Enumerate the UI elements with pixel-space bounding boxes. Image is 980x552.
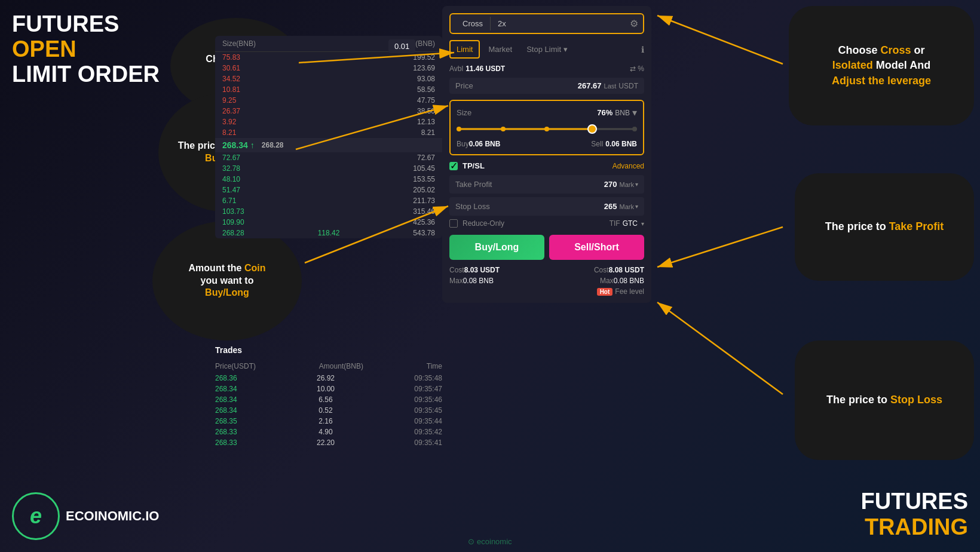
avbl-row: Avbl 11.46 USDT ⇄ % — [449, 65, 644, 73]
trade-row: 268.340.5209:35:45 — [215, 405, 442, 416]
size-dropdown-arrow[interactable]: ▾ — [632, 107, 637, 118]
ob-buy-row: 51.47205.02 — [215, 185, 442, 195]
fee-hot-badge: Hot — [597, 288, 613, 296]
cross-isolated-text1: Choose — [838, 44, 880, 56]
cost-value-right: 8.08 USDT — [609, 266, 644, 274]
tpsl-checkbox[interactable]: ✓ — [449, 162, 458, 170]
price-input-display[interactable]: 0.01 — [388, 39, 415, 53]
sl-dropdown[interactable]: ▾ — [635, 203, 638, 210]
tif-value[interactable]: GTC — [623, 219, 638, 228]
cost-label-left: Cost — [449, 266, 464, 274]
tab-limit[interactable]: Limit — [449, 40, 480, 59]
max-label-left: Max — [449, 277, 463, 285]
price-input-value: 0.01 — [394, 42, 409, 51]
trades-header: Price(USDT) Amount(BNB) Time — [215, 360, 442, 373]
stop-loss-text2: Stop Loss — [890, 394, 942, 406]
trade-row: 268.346.5609:35:46 — [215, 394, 442, 405]
slider-dots — [457, 127, 637, 131]
tp-value[interactable]: 270 — [604, 180, 617, 189]
logo-circle: e — [12, 492, 60, 540]
size-pct: 76% — [597, 108, 612, 117]
trades-section: Trades Price(USDT) Amount(BNB) Time 268.… — [215, 341, 442, 448]
size-slider[interactable] — [457, 123, 637, 135]
reduce-row: Reduce-Only TIF GTC ▾ — [449, 219, 644, 228]
info-icon: ℹ — [641, 45, 644, 54]
reduce-label: Reduce-Only — [463, 219, 504, 228]
ob-buy-rows: 72.6772.67 32.78105.45 48.10153.55 51.47… — [215, 152, 442, 238]
ob-sell-row: 34.5293.08 — [215, 73, 442, 84]
max-row: Max 0.08 BNB Max 0.08 BNB — [449, 277, 644, 285]
ob-sell-rows: 75.83199.52 30.61123.69 34.5293.08 10.81… — [215, 52, 442, 138]
trade-row: 268.3410.0009:35:47 — [215, 384, 442, 394]
ob-buy-row: 32.78105.45 — [215, 163, 442, 174]
leverage-button[interactable]: 2x — [491, 17, 513, 30]
sl-value[interactable]: 265 — [604, 202, 617, 211]
logo-section: e ECOINOMIC.IO — [12, 492, 159, 540]
ob-col1: Size(BNB) — [222, 39, 256, 48]
sl-label: Stop Loss — [455, 202, 604, 211]
buy-label: Buy — [457, 140, 469, 148]
action-buttons: Buy/Long Sell/Short — [449, 235, 644, 260]
orderbook-panel: Size(BNB) Sum(BNB) 75.83199.52 30.61123.… — [215, 36, 442, 238]
trade-row: 268.3626.9209:35:48 — [215, 373, 442, 384]
size-label: Size — [457, 108, 597, 117]
stop-loss-row: Stop Loss 265 Mark ▾ — [449, 197, 644, 216]
tp-mark: Mark — [620, 181, 634, 188]
price-last: Last — [604, 82, 617, 90]
tab-stop-limit[interactable]: Stop Limit ▾ — [520, 41, 573, 57]
isolated-highlight: Isolated — [832, 59, 873, 71]
trade-row: 268.3322.2009:35:41 — [215, 437, 442, 448]
tab-market[interactable]: Market — [482, 41, 518, 57]
trading-panel: Cross 2x ⚙ Limit Market Stop Limit ▾ ℹ A… — [442, 6, 651, 303]
price-unit: USDT — [618, 82, 638, 90]
buy-long-button[interactable]: Buy/Long — [449, 235, 544, 260]
tpsl-header: ✓ TP/SL Advanced — [449, 161, 644, 170]
footer-line2: TRADING — [865, 514, 968, 539]
ob-buy-row: 48.10153.55 — [215, 174, 442, 185]
trades-rows: 268.3626.9209:35:48 268.3410.0009:35:47 … — [215, 373, 442, 448]
order-tabs: Limit Market Stop Limit ▾ ℹ — [449, 40, 644, 59]
stop-loss-text1: The price to — [826, 394, 890, 406]
max-value-left: 0.08 BNB — [463, 277, 494, 285]
trades-col-time: Time — [427, 362, 442, 370]
watermark: ⊙ ecoinomic — [468, 537, 512, 546]
ob-last-price: 268.28 — [262, 141, 284, 149]
title-line3: LIMIT ORDER — [12, 62, 160, 87]
trades-title: Trades — [215, 341, 442, 360]
slider-thumb[interactable] — [587, 124, 597, 134]
ob-buy-row: 103.73315.46 — [215, 206, 442, 217]
reduce-checkbox[interactable] — [449, 219, 458, 228]
cross-isolated-text3: Model And — [873, 59, 930, 71]
ob-buy-row: 6.71211.73 — [215, 195, 442, 206]
cross-isolated-text2: or — [911, 44, 925, 56]
ob-sell-row: 10.8158.56 — [215, 84, 442, 95]
cross-button[interactable]: Cross — [455, 17, 491, 30]
settings-icon[interactable]: ⚙ — [630, 18, 638, 29]
size-unit: BNB — [615, 109, 630, 117]
sell-short-button[interactable]: Sell/Short — [549, 235, 644, 260]
buy-qty: 0.06 BNB — [469, 140, 501, 148]
max-value-right: 0.08 BNB — [614, 277, 644, 285]
top-bar: Cross 2x ⚙ — [449, 13, 644, 34]
max-label-right: Max — [600, 277, 614, 285]
logo-text: ECOINOMIC.IO — [66, 508, 159, 524]
sell-label: Sell — [591, 140, 603, 148]
trades-col-amount: Amount(BNB) — [319, 362, 363, 370]
bubble-stop-loss: The price to Stop Loss — [795, 341, 974, 460]
price-row: Price 267.67 Last USDT — [449, 78, 644, 94]
futures-trading-title: FUTURES TRADING — [861, 489, 968, 540]
trade-row: 268.352.1609:35:44 — [215, 416, 442, 427]
size-section: Size 76% BNB ▾ Buy 0.06 BNB Sell 0.06 BN… — [449, 100, 644, 155]
tif-dropdown[interactable]: ▾ — [641, 220, 644, 227]
footer-line1: FUTURES — [861, 489, 968, 514]
tp-dropdown[interactable]: ▾ — [635, 181, 638, 188]
tpsl-label: TP/SL — [463, 161, 485, 170]
advanced-label[interactable]: Advanced — [612, 162, 644, 170]
trade-row: 268.334.9009:35:42 — [215, 427, 442, 437]
avbl-value: 11.46 USDT — [466, 65, 505, 73]
take-profit-text1: The price to — [825, 220, 889, 232]
bubble-amount-text2: you want to — [201, 275, 254, 286]
price-label: Price — [455, 81, 578, 90]
trades-col-price: Price(USDT) — [215, 362, 256, 370]
ob-sell-row: 3.9212.13 — [215, 116, 442, 127]
